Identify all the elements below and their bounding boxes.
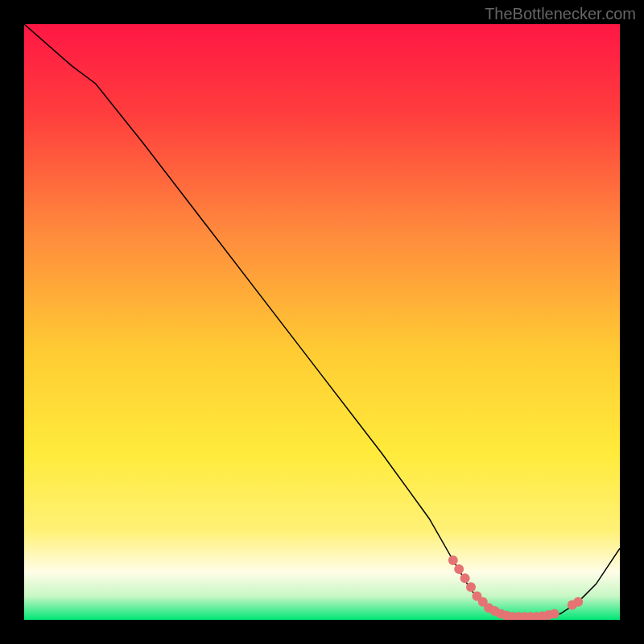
- highlight-point: [460, 573, 470, 583]
- highlight-points-layer: [24, 24, 620, 620]
- watermark-text: TheBottlenecker.com: [485, 5, 636, 23]
- highlight-point: [466, 582, 476, 592]
- chart-area: [24, 24, 620, 620]
- highlight-point: [448, 555, 458, 565]
- highlight-point: [573, 597, 583, 607]
- highlight-point: [454, 564, 464, 574]
- highlight-point: [550, 609, 559, 619]
